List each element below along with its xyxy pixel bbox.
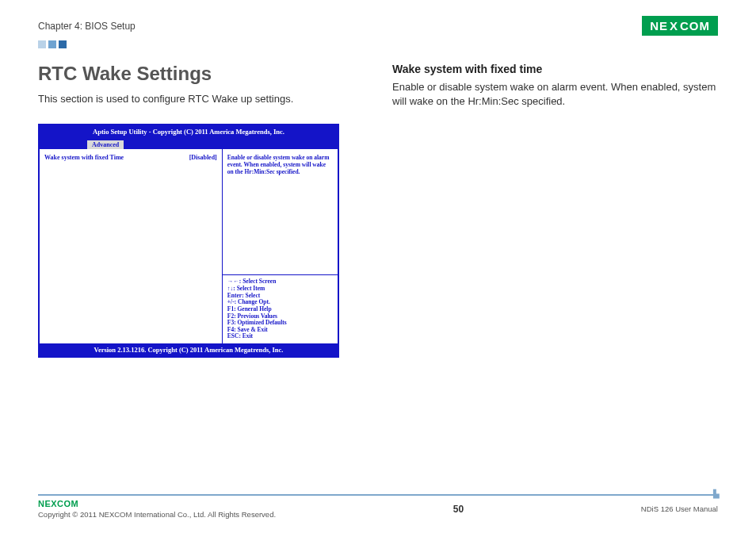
decorative-squares [38, 40, 718, 48]
brand-logo: NE X COM [642, 16, 718, 36]
bios-setting-value: [Disabled] [189, 154, 217, 161]
square-icon [59, 40, 67, 48]
footer-copyright: Copyright © 2011 NEXCOM International Co… [38, 510, 276, 519]
chapter-label: Chapter 4: BIOS Setup [38, 21, 136, 32]
bios-screenshot: Aptio Setup Utility - Copyright (C) 2011… [38, 124, 339, 358]
bios-tab-row: Advanced [40, 138, 338, 149]
intro-text: This section is used to configure RTC Wa… [38, 93, 364, 105]
bios-setting-row[interactable]: Wake system with fixed Time [Disabled] [44, 154, 217, 161]
logo-text-left: NE [650, 19, 668, 33]
bios-help-text: Enable or disable system wake on alarm e… [223, 149, 338, 274]
page-title: RTC Wake Settings [38, 63, 364, 85]
bios-settings-pane: Wake system with fixed Time [Disabled] [40, 149, 223, 343]
corner-icon: ▙ [713, 489, 720, 498]
bios-setting-label: Wake system with fixed Time [44, 154, 124, 161]
logo-text-right: COM [680, 19, 710, 33]
footer-manual-name: NDiS 126 User Manual [641, 504, 718, 513]
bios-title-bar: Aptio Setup Utility - Copyright (C) 2011… [40, 125, 338, 138]
bios-key-legend: →←: Select Screen ↑↓: Select Item Enter:… [223, 274, 338, 343]
page-number: 50 [453, 504, 464, 515]
bios-footer-bar: Version 2.13.1216. Copyright (C) 2011 Am… [40, 343, 338, 356]
square-icon [38, 40, 46, 48]
logo-x-icon: X [670, 19, 678, 33]
bios-key: ESC: Exit [227, 333, 333, 340]
footer-logo: NEXCOM [38, 499, 276, 508]
section-description: Enable or disable system wake on alarm e… [392, 80, 718, 108]
square-icon [48, 40, 56, 48]
bios-tab-advanced[interactable]: Advanced [87, 140, 124, 149]
section-heading: Wake system with fixed time [392, 63, 718, 75]
page-footer: NEXCOM Copyright © 2011 NEXCOM Internati… [38, 494, 718, 519]
